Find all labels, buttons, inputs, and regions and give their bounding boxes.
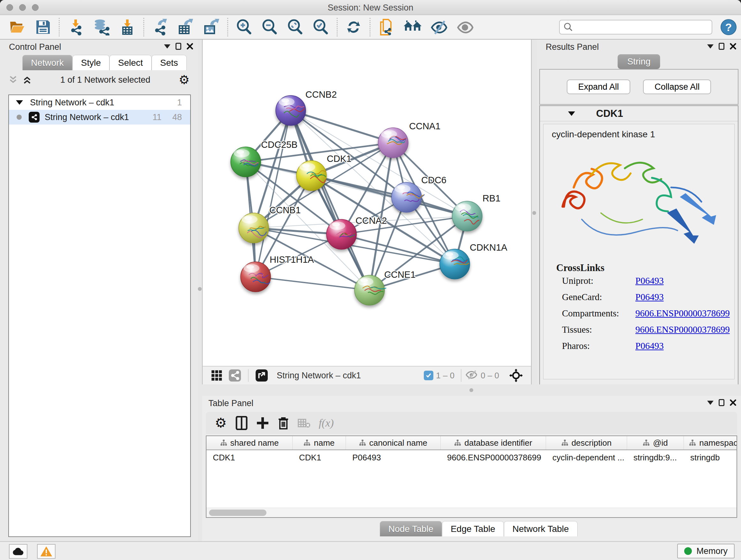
node-label-CCNA2: CCNA2 [355,215,387,226]
splitter-handle[interactable] [198,287,202,291]
close-panel-icon[interactable] [186,43,193,50]
column-header--id[interactable]: @id [627,436,684,449]
column-header-namespace[interactable]: namespace [684,436,737,449]
panel-menu-icon[interactable] [707,401,714,405]
crosslink-link[interactable]: 9606.ENSP00000378699 [635,308,730,319]
close-panel-icon[interactable] [730,43,737,50]
show-columns-icon[interactable] [232,416,251,430]
column-header-name[interactable]: name [293,436,346,449]
collection-expand-icon[interactable] [16,100,23,105]
crosslink-link[interactable]: P06493 [635,341,664,351]
zoom-selected-button[interactable] [308,17,333,37]
node-details-header[interactable]: CDK1 [540,106,738,121]
tab-network-table[interactable]: Network Table [504,521,578,537]
tab-select[interactable]: Select [110,55,151,70]
add-column-icon[interactable] [253,416,272,430]
node-RB1[interactable] [452,201,482,231]
delete-table-icon[interactable] [294,418,314,428]
node-CCNE1[interactable] [354,275,386,305]
tab-edge-table[interactable]: Edge Table [442,521,504,537]
right-splitter[interactable] [532,40,537,396]
network-row[interactable]: String Network – cdk1 11 48 [9,110,190,125]
crosslink-link[interactable]: P06493 [635,292,664,302]
apply-function-icon[interactable]: f(x) [316,417,337,429]
expand-all-button[interactable]: Expand All [567,79,630,94]
node-CDKN1A[interactable] [440,249,470,279]
network-collection-row[interactable]: String Network – cdk1 1 [9,95,190,110]
node-CDK1[interactable] [296,161,327,191]
warnings-button[interactable] [37,544,56,559]
edge-HIST1H1A-CCNE1[interactable] [256,277,369,290]
panel-menu-icon[interactable] [164,44,171,49]
crosslink-label: Tissues: [562,324,635,335]
column-header-canonical-name[interactable]: canonical name [346,436,441,449]
node-details-body: cyclin-dependent kinase 1 [543,124,735,379]
crosslink-link[interactable]: 9606.ENSP00000378699 [635,324,730,335]
memory-button[interactable]: Memory [677,544,735,558]
save-session-button[interactable] [30,17,56,37]
node-CCNA1[interactable] [378,128,408,158]
toolbar-separator [248,369,249,382]
node-CDC6[interactable] [392,182,424,212]
crosslink-link[interactable]: P06493 [635,275,664,286]
tab-node-table[interactable]: Node Table [380,521,442,537]
node-CCNB2[interactable] [276,96,306,125]
node-HIST1H1A[interactable] [241,262,271,292]
export-network-button[interactable] [147,17,173,37]
node-CCNA2[interactable] [327,219,356,249]
refresh-button[interactable] [341,17,366,37]
collapse-all-icon[interactable] [8,75,18,84]
home-button[interactable] [399,17,426,37]
edge-CCNB2-HIST1H1A[interactable] [256,111,291,277]
zoom-fit-button[interactable] [282,17,308,37]
scrollbar-thumb[interactable] [209,509,266,516]
section-expand-icon[interactable] [568,111,575,116]
export-table-button[interactable] [173,17,199,37]
memory-status-dot [684,547,692,555]
column-header-shared-name[interactable]: shared name [206,436,293,449]
fit-selected-crosshair-icon[interactable] [506,369,526,382]
network-options-gear-icon[interactable]: ⚙ [179,74,190,86]
hide-selected-button[interactable] [426,17,452,37]
zoom-in-button[interactable] [231,17,257,37]
show-all-button[interactable] [452,17,478,37]
float-panel-icon[interactable] [176,43,181,50]
cloud-status-button[interactable] [9,544,27,559]
column-header-database-identifier[interactable]: database identifier [441,436,546,449]
float-panel-icon[interactable] [719,43,724,50]
zoom-out-button[interactable] [257,17,282,37]
edge-CCNB2-CCNA1[interactable] [291,111,393,143]
network-svg[interactable]: CCNB2CCNA1CDC25BCDK1CDC6RB1CCNB1CCNA2CDK… [203,40,531,365]
network-view[interactable]: CCNB2CCNA1CDC25BCDK1CDC6RB1CCNB1CCNA2CDK… [202,40,532,384]
table-row[interactable]: CDK1CDK1P064939606.ENSP00000378699cyclin… [206,450,737,465]
copy-network-button[interactable] [374,17,399,37]
splitter-handle[interactable] [532,211,536,215]
tab-sets[interactable]: Sets [151,55,187,70]
search-input[interactable] [576,22,708,33]
grid-view-icon[interactable] [208,370,226,381]
export-image-button[interactable] [199,17,224,37]
import-database-button[interactable] [88,17,115,37]
tab-string[interactable]: String [617,54,660,69]
panel-menu-icon[interactable] [707,44,714,49]
node-CDC25B[interactable] [231,147,261,177]
open-session-button[interactable] [4,17,30,37]
delete-column-trash-icon[interactable] [274,416,293,430]
import-network-button[interactable] [63,17,88,37]
tab-style[interactable]: Style [72,55,110,70]
collapse-all-button[interactable]: Collapse All [643,79,711,94]
open-in-new-window-icon[interactable] [253,369,271,381]
column-header-description[interactable]: description [546,436,627,449]
network-share-view-icon[interactable] [226,369,244,381]
node-CCNB1[interactable] [239,213,269,243]
table-options-gear-icon[interactable]: ⚙ [212,416,230,430]
tab-network[interactable]: Network [22,55,72,70]
float-panel-icon[interactable] [719,399,724,406]
import-table-button[interactable] [115,17,140,37]
selected-count-checkbox[interactable] [424,371,433,380]
expand-all-icon[interactable] [22,75,32,84]
help-button[interactable]: ? [721,19,737,35]
table-horizontal-scrollbar[interactable] [206,508,737,517]
close-panel-icon[interactable] [730,399,737,406]
splitter-handle[interactable] [469,388,473,392]
